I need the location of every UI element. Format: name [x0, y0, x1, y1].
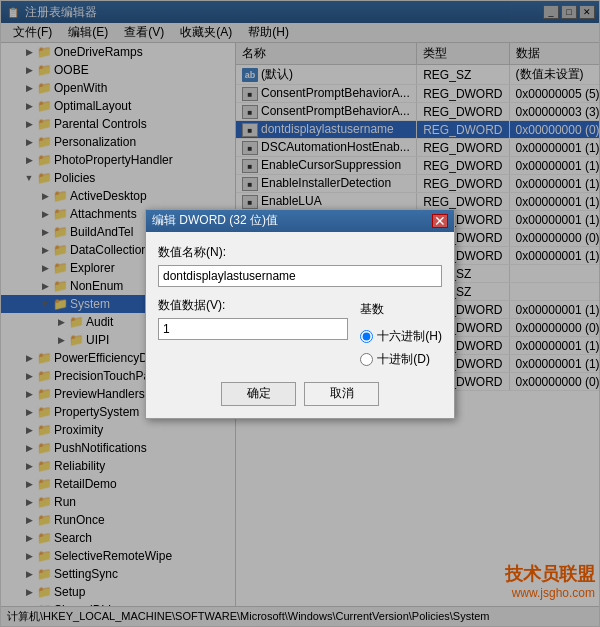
dialog-close-button[interactable]: ✕ — [432, 214, 448, 228]
value-name-label: 数值名称(N): — [158, 244, 442, 261]
value-data-label: 数值数据(V): — [158, 297, 348, 314]
radio-hex-label[interactable]: 十六进制(H) — [360, 328, 442, 345]
ok-button[interactable]: 确定 — [221, 382, 296, 406]
dialog-buttons: 确定 取消 — [158, 382, 442, 406]
value-name-input[interactable] — [158, 265, 442, 287]
radio-dec-label[interactable]: 十进制(D) — [360, 351, 442, 368]
radio-dec-input[interactable] — [360, 353, 373, 366]
dialog-overlay: 编辑 DWORD (32 位)值 ✕ 数值名称(N): 数值数据(V): 基数 — [1, 1, 599, 626]
edit-dword-dialog: 编辑 DWORD (32 位)值 ✕ 数值名称(N): 数值数据(V): 基数 — [145, 209, 455, 419]
value-data-col: 数值数据(V): — [158, 297, 348, 368]
radio-dec-text: 十进制(D) — [377, 351, 430, 368]
base-col: 基数 十六进制(H) 十进制(D) — [360, 297, 442, 368]
dialog-row: 数值数据(V): 基数 十六进制(H) 十进制(D) — [158, 297, 442, 368]
radio-hex-text: 十六进制(H) — [377, 328, 442, 345]
dialog-title-text: 编辑 DWORD (32 位)值 — [152, 212, 278, 229]
dialog-body: 数值名称(N): 数值数据(V): 基数 十六进制(H) — [146, 232, 454, 418]
base-label: 基数 — [360, 301, 442, 318]
cancel-button[interactable]: 取消 — [304, 382, 379, 406]
registry-editor-window: 📋 注册表编辑器 _ □ ✕ 文件(F) 编辑(E) 查看(V) 收藏夹(A) … — [0, 0, 600, 627]
dialog-title-bar: 编辑 DWORD (32 位)值 ✕ — [146, 210, 454, 232]
radio-hex-input[interactable] — [360, 330, 373, 343]
value-data-input[interactable] — [158, 318, 348, 340]
